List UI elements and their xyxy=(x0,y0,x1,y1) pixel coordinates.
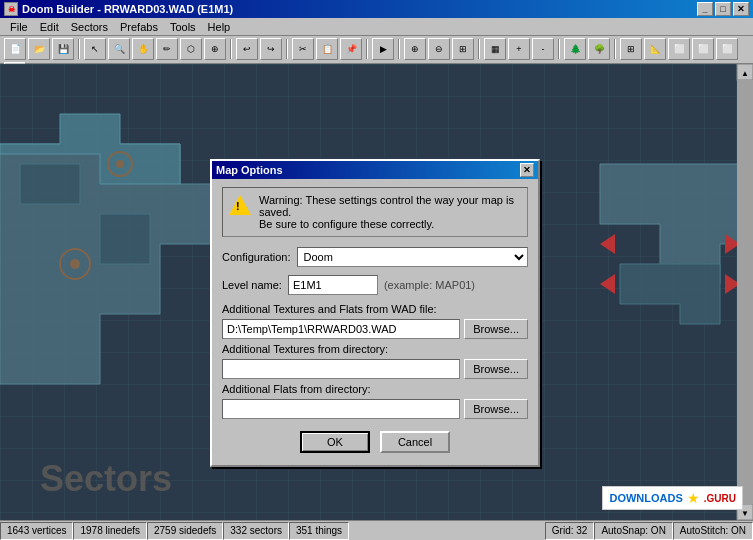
config-label: Configuration: xyxy=(222,251,291,263)
tb-run[interactable]: ▶ xyxy=(372,38,394,60)
tb-pan[interactable]: ✋ xyxy=(132,38,154,60)
status-sidedefs: 2759 sidedefs xyxy=(147,522,223,540)
tb-cut[interactable]: ✂ xyxy=(292,38,314,60)
svg-point-9 xyxy=(116,160,124,168)
status-autosnap: AutoSnap: ON xyxy=(594,522,672,540)
menu-file[interactable]: File xyxy=(4,19,34,35)
texdir-label: Additional Textures from directory: xyxy=(222,343,528,355)
wad-browse-button[interactable]: Browse... xyxy=(464,319,528,339)
flats-section: Additional Flats from directory: Browse.… xyxy=(222,383,528,419)
wad-path-input[interactable] xyxy=(222,319,460,339)
flatsdir-input[interactable] xyxy=(222,399,460,419)
tb-zoom[interactable]: 🔍 xyxy=(108,38,130,60)
tb-sep1 xyxy=(78,39,80,59)
tb-gridup[interactable]: + xyxy=(508,38,530,60)
warning-icon xyxy=(229,194,251,216)
main-canvas-area[interactable]: ▲ ▼ Sectors DOWNLOADS ★ .GURU Map Option… xyxy=(0,64,753,520)
wad-label: Additional Textures and Flats from WAD f… xyxy=(222,303,528,315)
tb-draw[interactable]: ✏ xyxy=(156,38,178,60)
app-icon: ☠ xyxy=(4,2,18,16)
wad-section: Additional Textures and Flats from WAD f… xyxy=(222,303,528,339)
tb-grid2[interactable]: ⊞ xyxy=(620,38,642,60)
tb-b3[interactable]: ⬜ xyxy=(716,38,738,60)
dialog-buttons: OK Cancel xyxy=(222,431,528,457)
texdir-browse-button[interactable]: Browse... xyxy=(464,359,528,379)
status-things: 351 things xyxy=(289,522,349,540)
flatsdir-input-row: Browse... xyxy=(222,399,528,419)
tb-sep7 xyxy=(558,39,560,59)
svg-rect-21 xyxy=(737,80,753,504)
texdir-input-row: Browse... xyxy=(222,359,528,379)
watermark-star-icon: ★ xyxy=(687,490,700,506)
level-label: Level name: xyxy=(222,279,282,291)
dialog-title-bar: Map Options ✕ xyxy=(212,161,538,179)
warning-line1: Warning: These settings control the way … xyxy=(259,194,521,218)
dialog-close-button[interactable]: ✕ xyxy=(520,163,534,177)
tb-sector[interactable]: ⬡ xyxy=(180,38,202,60)
tb-tree2[interactable]: 🌳 xyxy=(588,38,610,60)
tb-b2[interactable]: ⬜ xyxy=(692,38,714,60)
tb-undo[interactable]: ↩ xyxy=(236,38,258,60)
map-options-dialog: Map Options ✕ Warning: These settings co… xyxy=(210,159,540,467)
window-title: Doom Builder - RRWARD03.WAD (E1M1) xyxy=(22,3,233,15)
title-bar: ☠ Doom Builder - RRWARD03.WAD (E1M1) _ □… xyxy=(0,0,753,18)
flatsdir-browse-button[interactable]: Browse... xyxy=(464,399,528,419)
tb-sep6 xyxy=(478,39,480,59)
status-vertices: 1643 vertices xyxy=(0,522,73,540)
watermark: DOWNLOADS ★ .GURU xyxy=(602,486,743,510)
tb-snap[interactable]: 📐 xyxy=(644,38,666,60)
tb-zoomout[interactable]: ⊖ xyxy=(428,38,450,60)
tb-new[interactable]: 📄 xyxy=(4,38,26,60)
menu-tools[interactable]: Tools xyxy=(164,19,202,35)
menu-prefabs[interactable]: Prefabs xyxy=(114,19,164,35)
level-name-input[interactable] xyxy=(288,275,378,295)
warning-line2: Be sure to configure these correctly. xyxy=(259,218,521,230)
tb-pointer[interactable]: ↖ xyxy=(84,38,106,60)
title-bar-left: ☠ Doom Builder - RRWARD03.WAD (E1M1) xyxy=(4,2,233,16)
menu-sectors[interactable]: Sectors xyxy=(65,19,114,35)
texdir-input[interactable] xyxy=(222,359,460,379)
tb-thing[interactable]: ⊕ xyxy=(204,38,226,60)
maximize-button[interactable]: □ xyxy=(715,2,731,16)
ok-button[interactable]: OK xyxy=(300,431,370,453)
menu-help[interactable]: Help xyxy=(202,19,237,35)
toolbar: 📄 📂 💾 ↖ 🔍 ✋ ✏ ⬡ ⊕ ↩ ↪ ✂ 📋 📌 ▶ ⊕ ⊖ ⊞ ▦ + … xyxy=(0,36,753,64)
tb-b1[interactable]: ⬜ xyxy=(668,38,690,60)
status-bar: 1643 vertices 1978 linedefs 2759 sidedef… xyxy=(0,520,753,540)
svg-text:▼: ▼ xyxy=(741,509,749,518)
tb-griddown[interactable]: - xyxy=(532,38,554,60)
tb-fit[interactable]: ⊞ xyxy=(452,38,474,60)
tb-paste[interactable]: 📌 xyxy=(340,38,362,60)
status-linedefs: 1978 linedefs xyxy=(73,522,147,540)
watermark-downloads: DOWNLOADS xyxy=(609,492,682,504)
dialog-body: Warning: These settings control the way … xyxy=(212,179,538,465)
svg-rect-4 xyxy=(20,164,80,204)
tb-sep8 xyxy=(614,39,616,59)
menu-bar: File Edit Sectors Prefabs Tools Help xyxy=(0,18,753,36)
svg-rect-5 xyxy=(100,214,150,264)
flatsdir-label: Additional Flats from directory: xyxy=(222,383,528,395)
tb-zoomin[interactable]: ⊕ xyxy=(404,38,426,60)
tb-grid[interactable]: ▦ xyxy=(484,38,506,60)
tb-tree[interactable]: 🌲 xyxy=(564,38,586,60)
tb-sep3 xyxy=(286,39,288,59)
close-button[interactable]: ✕ xyxy=(733,2,749,16)
warning-text: Warning: These settings control the way … xyxy=(259,194,521,230)
cancel-button[interactable]: Cancel xyxy=(380,431,450,453)
menu-edit[interactable]: Edit xyxy=(34,19,65,35)
tb-redo[interactable]: ↪ xyxy=(260,38,282,60)
tb-sep5 xyxy=(398,39,400,59)
tb-copy[interactable]: 📋 xyxy=(316,38,338,60)
tb-sep2 xyxy=(230,39,232,59)
minimize-button[interactable]: _ xyxy=(697,2,713,16)
tb-save[interactable]: 💾 xyxy=(52,38,74,60)
sectors-watermark-label: Sectors xyxy=(40,458,172,500)
config-select[interactable]: Doom xyxy=(297,247,529,267)
status-autostitch: AutoStitch: ON xyxy=(673,522,753,540)
dialog-title-text: Map Options xyxy=(216,164,283,176)
tb-open[interactable]: 📂 xyxy=(28,38,50,60)
status-grid: Grid: 32 xyxy=(545,522,595,540)
svg-text:▲: ▲ xyxy=(741,69,749,78)
level-example: (example: MAP01) xyxy=(384,279,475,291)
svg-point-7 xyxy=(70,259,80,269)
